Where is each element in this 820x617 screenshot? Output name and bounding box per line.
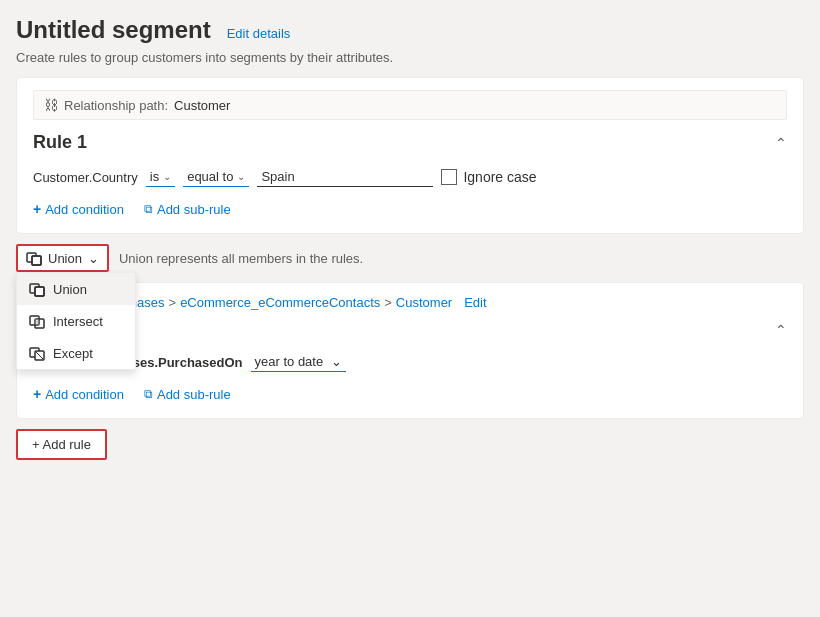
union-button-label: Union bbox=[48, 251, 82, 266]
rule1-comparator-dropdown[interactable]: equal to ⌄ bbox=[183, 167, 249, 187]
rule1-collapse-icon[interactable]: ⌃ bbox=[775, 135, 787, 151]
rule2-attribute-bold: PurchasedOn bbox=[158, 355, 243, 370]
rule1-add-sub-rule-button[interactable]: ⧉ Add sub-rule bbox=[144, 202, 231, 217]
rule1-attribute: Customer.Country bbox=[33, 170, 138, 185]
rule2-ytd-value: year to date bbox=[255, 354, 324, 369]
rule1-value-input[interactable] bbox=[257, 167, 433, 187]
union-dropdown-menu: Union Intersect Except bbox=[16, 272, 136, 370]
rule1-add-condition-button[interactable]: + Add condition bbox=[33, 201, 124, 217]
rule1-ignore-case-checkbox[interactable] bbox=[441, 169, 457, 185]
except-menu-label: Except bbox=[53, 346, 93, 361]
union-dropdown-button[interactable]: Union ⌄ bbox=[16, 244, 109, 272]
union-chevron-icon: ⌄ bbox=[88, 251, 99, 266]
relationship-value: Customer bbox=[174, 98, 230, 113]
page-subtitle: Create rules to group customers into seg… bbox=[16, 50, 804, 65]
intersect-menu-label: Intersect bbox=[53, 314, 103, 329]
svg-rect-1 bbox=[32, 256, 41, 265]
rule2-action-bar: + Add condition ⧉ Add sub-rule bbox=[33, 386, 787, 402]
rule1-operator-value: is bbox=[150, 169, 159, 184]
rule1-card: ⛓ Relationship path: Customer Rule 1 ⌃ C… bbox=[16, 77, 804, 234]
svg-rect-8 bbox=[35, 319, 39, 325]
rule1-operator-dropdown[interactable]: is ⌄ bbox=[146, 167, 175, 187]
add-condition-label: Add condition bbox=[45, 202, 124, 217]
rule2-separator1: > bbox=[169, 295, 177, 310]
rule2-add-condition-plus-icon: + bbox=[33, 386, 41, 402]
add-sub-rule-icon: ⧉ bbox=[144, 202, 153, 216]
add-rule-label: + Add rule bbox=[32, 437, 91, 452]
rule2-header: ⌃ bbox=[33, 322, 787, 338]
rule1-operator-chevron: ⌄ bbox=[163, 171, 171, 182]
union-menu-item-union[interactable]: Union bbox=[17, 273, 135, 305]
union-button-icon bbox=[26, 250, 42, 266]
relationship-label: Relationship path: bbox=[64, 98, 168, 113]
rule1-ignore-case-label: Ignore case bbox=[463, 169, 536, 185]
rule1-ignore-case-area: Ignore case bbox=[441, 169, 536, 185]
rule2-add-sub-rule-button[interactable]: ⧉ Add sub-rule bbox=[144, 387, 231, 402]
rule1-comparator-value: equal to bbox=[187, 169, 233, 184]
rule1-condition-row: Customer.Country is ⌄ equal to ⌄ Ignore … bbox=[33, 167, 787, 187]
union-dropdown-wrapper: Union ⌄ Union Intersect bbox=[16, 244, 109, 272]
except-menu-icon bbox=[29, 345, 45, 361]
rule2-ytd-dropdown[interactable]: year to date ⌄ bbox=[251, 352, 347, 372]
rule2-separator2: > bbox=[384, 295, 392, 310]
union-menu-union-label: Union bbox=[53, 282, 87, 297]
edit-details-link[interactable]: Edit details bbox=[227, 26, 291, 41]
add-rule-button[interactable]: + Add rule bbox=[16, 429, 107, 460]
rule2-add-condition-button[interactable]: + Add condition bbox=[33, 386, 124, 402]
rule1-action-bar: + Add condition ⧉ Add sub-rule bbox=[33, 201, 787, 217]
svg-rect-4 bbox=[35, 287, 44, 296]
page-title: Untitled segment bbox=[16, 16, 211, 44]
rule1-comparator-chevron: ⌄ bbox=[237, 171, 245, 182]
union-hint-text: Union represents all members in the rule… bbox=[119, 251, 363, 266]
rule2-add-sub-rule-icon: ⧉ bbox=[144, 387, 153, 401]
rule1-title: Rule 1 bbox=[33, 132, 87, 153]
rule1-header: Rule 1 ⌃ bbox=[33, 132, 787, 153]
union-menu-union-icon bbox=[29, 281, 45, 297]
rule2-ytd-chevron: ⌄ bbox=[331, 354, 342, 369]
rule2-collapse-icon[interactable]: ⌃ bbox=[775, 322, 787, 338]
operator-row: Union ⌄ Union Intersect bbox=[16, 244, 804, 272]
relationship-bar: ⛓ Relationship path: Customer bbox=[33, 90, 787, 120]
relationship-icon: ⛓ bbox=[44, 97, 58, 113]
rule2-path-part2[interactable]: eCommerce_eCommerceContacts bbox=[180, 295, 380, 310]
rule2-path-part3[interactable]: Customer bbox=[396, 295, 452, 310]
add-sub-rule-label: Add sub-rule bbox=[157, 202, 231, 217]
rule2-relationship-path-row: th. PoS_posPurchases > eCommerce_eCommer… bbox=[33, 295, 787, 310]
union-menu-item-except[interactable]: Except bbox=[17, 337, 135, 369]
intersect-menu-icon bbox=[29, 313, 45, 329]
rule2-add-sub-rule-label: Add sub-rule bbox=[157, 387, 231, 402]
add-condition-plus-icon: + bbox=[33, 201, 41, 217]
rule2-condition-row: PoS_posPurchases.PurchasedOn year to dat… bbox=[33, 352, 787, 372]
rule2-edit-link[interactable]: Edit bbox=[464, 295, 486, 310]
rule2-add-condition-label: Add condition bbox=[45, 387, 124, 402]
union-menu-item-intersect[interactable]: Intersect bbox=[17, 305, 135, 337]
